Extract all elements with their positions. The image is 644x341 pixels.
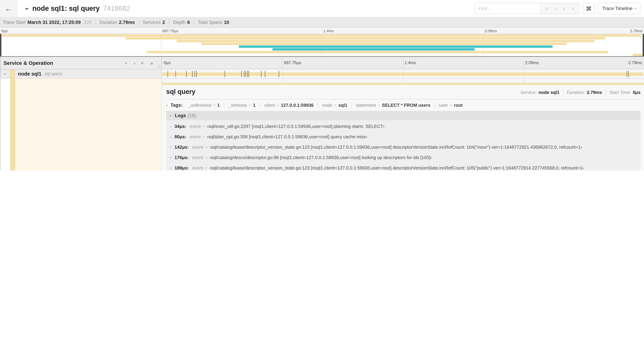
span-row-name-cell[interactable]: › node sql1 sql query [0, 69, 162, 78]
trace-minimap[interactable]: 0μs 697.75μs 1.4ms 2.09ms 2.79ms [0, 28, 644, 57]
summary-item: Trace StartMarch 31 2022, 17:25:09.326 [3, 20, 92, 25]
divider [166, 99, 640, 100]
summary-item: Services2 [139, 20, 165, 25]
log-row[interactable]: ›80μs:event=‹sql/plan_opt.go:358 [nsql1,… [166, 134, 640, 145]
next-result-icon[interactable]: ∨ [562, 6, 566, 11]
ruler-tick: 2.79ms [628, 60, 642, 65]
ruler-tick: 2.09ms [525, 60, 539, 65]
summary-item: Depth6 [169, 20, 190, 25]
minimap-tick: 697.75μs [162, 29, 178, 33]
span-row[interactable]: › node sql1 sql query [0, 69, 644, 79]
log-marker [176, 71, 176, 77]
find-suffix: ◎ ∧ ∨ × [540, 3, 579, 14]
log-marker [225, 71, 225, 77]
trace-title: node sql1: sql query [32, 5, 100, 13]
minimap-span-bar [632, 54, 643, 56]
minimap-graph[interactable] [0, 34, 644, 57]
view-selector-label: Trace Timeline [602, 6, 632, 11]
detail-header: sql query Service:node sql1 Duration:2.7… [166, 88, 640, 96]
trace-summary: Trace StartMarch 31 2022, 17:25:09.326Du… [0, 17, 644, 28]
minimap-span-bar [239, 45, 552, 48]
log-marker [627, 71, 627, 77]
tags-list: _unfinished=1_verbose=1client=127.0.0.1:… [184, 103, 467, 108]
keyboard-shortcuts-button[interactable]: ⌘ [583, 3, 595, 14]
collapse-all-icon[interactable]: › [124, 62, 129, 64]
expand-log-icon[interactable]: › [170, 145, 172, 150]
log-marker [246, 71, 246, 77]
find-input[interactable] [475, 3, 540, 14]
log-marker [261, 71, 262, 77]
minimap-span-bar [147, 51, 608, 53]
prev-result-icon[interactable]: ∧ [554, 6, 557, 11]
expand-one-icon[interactable]: › [134, 60, 135, 66]
span-color-stripe [10, 69, 15, 78]
logs-count: (18) [188, 113, 196, 118]
top-header: ← › node sql1: sql query 7418682 ◎ ∧ ∨ ×… [0, 0, 644, 17]
minimap-right-handle[interactable] [642, 34, 644, 56]
span-indent-fill [15, 79, 161, 171]
ruler-tick: 697.75μs [284, 60, 301, 65]
meta-duration: Duration:2.79ms [563, 90, 602, 95]
log-marker [265, 71, 265, 77]
trace-page: ← › node sql1: sql query 7418682 ◎ ∧ ∨ ×… [0, 0, 644, 171]
minimap-tick: 1.4ms [324, 29, 334, 33]
tags-row[interactable]: › Tags: _unfinished=1_verbose=1client=12… [166, 103, 640, 108]
detail-meta: Service:node sql1 Duration:2.79ms Start … [520, 90, 640, 95]
expand-tags-icon[interactable]: › [166, 103, 168, 108]
ruler-tick: 1.4ms [404, 60, 416, 65]
minimap-span-bar [176, 40, 594, 42]
find-group: ◎ ∧ ∨ × [474, 3, 580, 14]
log-row[interactable]: ›142μs:event=‹sql/catalog/lease/descript… [166, 145, 640, 155]
log-marker [196, 71, 197, 77]
meta-start-time: Start Time:0μs [606, 90, 640, 95]
tag-item: _verbose=1 [224, 103, 260, 108]
column-resizer[interactable] [158, 65, 160, 68]
summary-item: Duration2.79ms [96, 20, 135, 25]
minimap-tick: 2.79ms [630, 29, 642, 33]
span-duration-bar[interactable] [162, 72, 643, 76]
span-detail-section: sql query Service:node sql1 Duration:2.7… [0, 79, 644, 171]
grid-line [282, 79, 283, 83]
collapse-trace-icon[interactable]: › [23, 8, 31, 10]
service-operation-title: Service & Operation [4, 60, 53, 66]
log-row[interactable]: ›176μs:event=‹sql/catalog/descs/descript… [166, 155, 640, 165]
back-button[interactable]: ← [0, 0, 17, 17]
collapse-logs-icon[interactable]: › [168, 115, 173, 116]
timeline-header-row: Service & Operation › › » » 0μs 697.75μs… [0, 57, 644, 69]
expand-log-icon[interactable]: › [170, 155, 172, 160]
expand-log-icon[interactable]: › [170, 124, 172, 129]
expand-log-icon[interactable]: › [170, 134, 172, 139]
minimap-tick: 2.09ms [484, 29, 497, 33]
minimap-span-bar [272, 48, 475, 51]
tag-item: client=127.0.0.1:59936 [260, 103, 318, 108]
grid-line [403, 79, 403, 83]
command-icon: ⌘ [586, 5, 592, 12]
log-marker [192, 71, 192, 77]
logs-header[interactable]: › Logs (18) [166, 111, 640, 120]
minimap-bars [0, 34, 644, 56]
grid-line [524, 79, 524, 83]
timeline-ruler: 0μs 697.75μs 1.4ms 2.09ms 2.79ms [162, 57, 644, 69]
log-row[interactable]: ›34μs:event=‹sql/exec_util.go:2297 [nsql… [166, 124, 640, 134]
span-detail-panel: sql query Service:node sql1 Duration:2.7… [162, 85, 644, 171]
log-row[interactable]: ›189μs:event=‹sql/catalog/lease/descript… [166, 165, 640, 171]
collapse-span-icon[interactable]: › [0, 71, 10, 76]
tag-item: user=root [434, 103, 467, 108]
grid-line [524, 57, 524, 69]
log-marker [248, 71, 249, 77]
collapse-deep-icon[interactable]: » [140, 62, 146, 64]
expand-all-icon[interactable]: » [150, 60, 153, 66]
log-marker [279, 71, 279, 77]
span-detail-column: sql query Service:node sql1 Duration:2.7… [162, 79, 644, 171]
log-marker [194, 71, 195, 77]
view-selector-button[interactable]: Trace Timeline › [598, 3, 640, 14]
meta-service: Service:node sql1 [520, 90, 559, 95]
minimap-left-handle[interactable] [0, 34, 2, 56]
span-row-track[interactable] [162, 69, 644, 78]
minimap-span-bar [0, 34, 642, 37]
logs-list: ›34μs:event=‹sql/exec_util.go:2297 [nsql… [166, 120, 640, 171]
expand-log-icon[interactable]: › [170, 166, 172, 171]
locate-icon[interactable]: ◎ [545, 6, 549, 11]
clear-search-icon[interactable]: × [571, 6, 575, 11]
tag-item: node=sql1 [318, 103, 352, 108]
